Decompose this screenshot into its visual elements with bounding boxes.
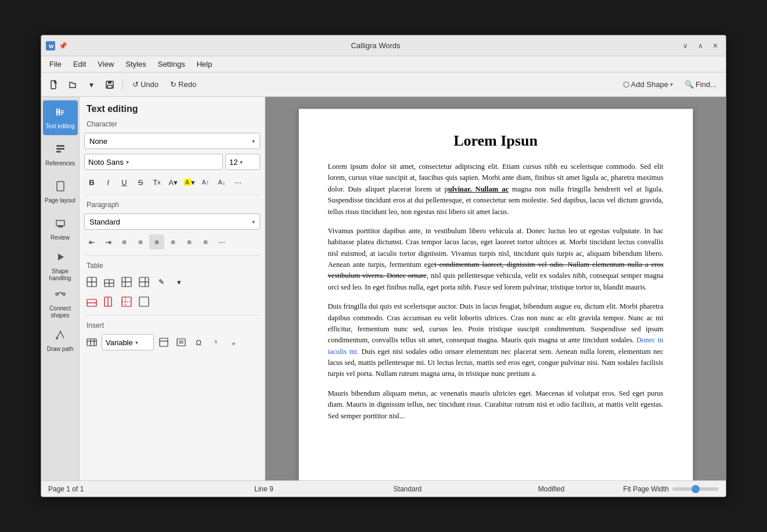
table-insert-col-right[interactable] [136, 274, 152, 289]
zoom-slider[interactable] [672, 487, 719, 491]
align-distribute-button[interactable]: ≡ [182, 234, 197, 249]
draw-path-icon [55, 329, 66, 343]
subscript-button[interactable]: Tx [149, 175, 164, 190]
add-shape-button[interactable]: ⬡ Add Shape ▾ [618, 78, 678, 91]
font-size-dropdown[interactable]: 12 ▾ [225, 154, 260, 170]
review-icon [55, 218, 66, 232]
menu-styles[interactable]: Styles [120, 58, 152, 70]
bold-button[interactable]: B [84, 175, 99, 190]
sidebar-item-review[interactable]: Review [43, 212, 78, 247]
paragraph-section-label: Paragraph [80, 198, 265, 211]
table-split-cells[interactable] [136, 294, 152, 309]
svg-rect-38 [87, 339, 96, 346]
paragraph-section: Paragraph Standard ▾ ⇤ ⇥ ≡ ≡ ≡ ≡ ≡ ≡ [80, 197, 265, 253]
sidebar-item-references[interactable]: References [43, 137, 78, 172]
svg-rect-37 [139, 297, 149, 306]
underline-button[interactable]: U [117, 175, 132, 190]
text-color-dropdown[interactable]: A▾ [165, 175, 181, 190]
redo-button[interactable]: ↻ Redo [165, 78, 201, 91]
table-section: Table [80, 258, 265, 313]
insert-special-char[interactable]: Ω [191, 335, 206, 350]
svg-text:W: W [49, 44, 54, 49]
menu-help[interactable]: Help [191, 58, 218, 70]
sidebar-item-text-editing[interactable]: Text editing [43, 100, 78, 135]
variable-dropdown[interactable]: Variable ▾ [102, 334, 154, 350]
align-right-button[interactable]: ≡ [133, 234, 148, 249]
page-layout-icon [55, 180, 66, 195]
close-button[interactable]: ✕ [710, 40, 721, 52]
svg-marker-14 [58, 254, 64, 260]
document-page: Lorem Ipsun Lorem ipsum dolor sit amet, … [298, 108, 693, 480]
open-dropdown[interactable]: ▾ [83, 77, 99, 93]
menu-settings[interactable]: Settings [152, 58, 191, 70]
table-style-dropdown[interactable]: ▾ [171, 274, 186, 289]
paragraph-align-last[interactable]: ≡ [198, 234, 213, 249]
page-layout-label: Page layout [45, 197, 75, 204]
svg-rect-42 [160, 338, 168, 346]
menu-view[interactable]: View [92, 58, 120, 70]
insert-text-frame-button[interactable] [174, 335, 189, 350]
indent-increase-button[interactable]: ⇥ [100, 234, 116, 249]
redo-label: Redo [178, 80, 196, 89]
strikethrough-button[interactable]: S [133, 175, 148, 190]
indent-decrease-button[interactable]: ⇤ [84, 234, 99, 249]
side-panel: Text editing Character None ▾ Noto Sans … [80, 97, 265, 480]
doc-paragraph-1: Lorem ipsum dolor sit amet, consectetur … [328, 161, 664, 218]
undo-button[interactable]: ↺ Undo [128, 78, 163, 91]
paragraph-more-button[interactable]: ··· [214, 234, 229, 249]
menu-file[interactable]: File [44, 58, 67, 70]
align-row: ⇤ ⇥ ≡ ≡ ≡ ≡ ≡ ≡ ··· [80, 232, 265, 252]
maximize-button[interactable]: ∧ [694, 40, 706, 52]
table-merge-cells[interactable] [119, 294, 134, 309]
new-doc-button[interactable] [46, 77, 62, 93]
shape-handling-label: Shape handling [43, 268, 78, 282]
draw-path-label: Draw path [47, 346, 74, 353]
divider-2 [84, 255, 260, 256]
paragraph-style-dropdown[interactable]: Standard ▾ [84, 213, 260, 230]
review-label: Review [51, 234, 70, 241]
sidebar-item-shape-handling[interactable]: Shape handling [43, 249, 78, 284]
font-row: Noto Sans ▾ 12 ▾ [80, 151, 265, 172]
doc-paragraph-3: Duis fringilla dui quis est scelerisque … [328, 301, 664, 380]
sidebar-item-connect-shapes[interactable]: Connect shapes [43, 286, 78, 321]
find-button[interactable]: 🔍 Find... [680, 78, 721, 91]
menubar: File Edit View Styles Settings Help [41, 56, 726, 73]
increase-font-button[interactable]: A↑ [198, 175, 213, 190]
menu-edit[interactable]: Edit [67, 58, 92, 70]
insert-footnote-button[interactable]: ¹ [208, 335, 224, 350]
svg-rect-12 [56, 151, 61, 153]
align-justify-button[interactable]: ≡ [165, 234, 181, 249]
document-area[interactable]: Lorem Ipsun Lorem ipsum dolor sit amet, … [265, 97, 726, 480]
table-insert-row-below[interactable] [102, 274, 117, 289]
sidebar-item-page-layout[interactable]: Page layout [43, 175, 78, 209]
character-more-button[interactable]: ··· [231, 175, 246, 190]
insert-frame-button[interactable] [156, 335, 171, 350]
highlight-dropdown[interactable]: A▾ [182, 175, 197, 190]
modified-status: Modified [480, 485, 624, 493]
italic-button[interactable]: I [100, 175, 116, 190]
main-window: W 📌 Calligra Words ∨ ∧ ✕ File Edit View … [41, 35, 726, 497]
decrease-font-button[interactable]: A↓ [214, 175, 229, 190]
align-left-button[interactable]: ≡ [117, 234, 132, 249]
table-delete-row[interactable] [84, 294, 99, 309]
align-center-button[interactable]: ≡ [149, 234, 164, 249]
character-style-dropdown[interactable]: None ▾ [84, 133, 260, 149]
open-button[interactable] [64, 77, 81, 93]
insert-table-button[interactable] [84, 335, 99, 350]
font-name-dropdown[interactable]: Noto Sans ▾ [84, 154, 223, 170]
table-edit-button[interactable]: ✎ [154, 274, 169, 289]
zoom-thumb [692, 485, 700, 493]
table-insert-row-above[interactable] [84, 274, 99, 289]
references-icon [55, 143, 66, 158]
left-panel: Text editing References [41, 97, 80, 480]
connect-shapes-icon [55, 288, 66, 303]
insert-endnote-button[interactable]: ₑ [226, 335, 241, 350]
app-icon: W [46, 41, 55, 50]
table-insert-col-left[interactable] [119, 274, 134, 289]
save-button[interactable] [102, 77, 118, 93]
minimize-button[interactable]: ∨ [679, 40, 691, 52]
sidebar-item-draw-path[interactable]: Draw path [43, 323, 78, 358]
table-delete-col[interactable] [102, 294, 117, 309]
references-label: References [45, 160, 75, 167]
window-title: Calligra Words [72, 41, 679, 50]
